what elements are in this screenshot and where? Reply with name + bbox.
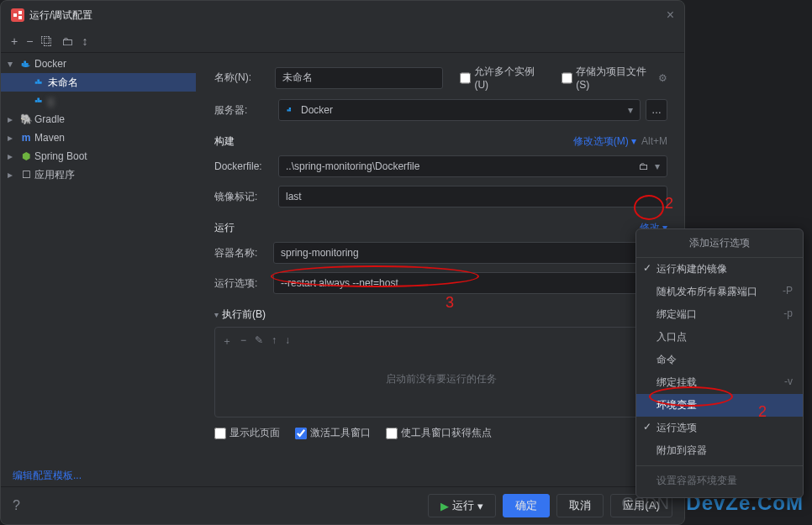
dockerfile-field[interactable]: ..\spring-monitoring\Dockerfile 🗀 ▾: [278, 155, 667, 177]
tree-label: g: [48, 95, 54, 107]
ok-button[interactable]: 确定: [503, 494, 550, 517]
run-button[interactable]: ▶运行 ▾: [428, 494, 496, 517]
docker-icon: [18, 58, 34, 70]
gear-icon[interactable]: ⚙: [658, 72, 667, 84]
container-name-input[interactable]: [273, 242, 667, 264]
popup-item-env-hint: 设置容器环境变量: [636, 470, 803, 492]
svg-rect-11: [40, 81, 42, 84]
folder-view-button[interactable]: 🗀: [61, 34, 73, 48]
help-icon[interactable]: ?: [13, 498, 20, 513]
popup-title: 添加运行选项: [636, 229, 803, 258]
svg-rect-16: [287, 109, 289, 111]
gradle-icon: 🐘: [18, 113, 34, 125]
run-section: 运行 修改 ▾ 容器名称: 运行选项:: [214, 221, 667, 294]
svg-rect-7: [26, 63, 29, 66]
add-run-options-popup: 添加运行选项 运行构建的镜像 随机发布所有暴露端口-P 绑定端口-p 入口点 命…: [635, 228, 804, 498]
save-as-project-file-checkbox[interactable]: 存储为项目文件(S) ⚙: [562, 65, 667, 91]
svg-rect-0: [11, 8, 24, 22]
tree-node-springboot[interactable]: ▸ ⬢ Spring Boot: [1, 147, 196, 165]
docker-icon: [31, 95, 48, 107]
svg-rect-15: [40, 100, 42, 102]
popup-item-run-options[interactable]: 运行选项: [636, 417, 803, 439]
focus-tool-window-checkbox[interactable]: 使工具窗口获得焦点: [386, 426, 492, 440]
folder-icon[interactable]: 🗀: [639, 160, 649, 172]
tree-label: Docker: [34, 58, 66, 70]
down-task-button[interactable]: ↓: [285, 334, 290, 349]
popup-item-command[interactable]: 命令: [636, 349, 803, 371]
svg-rect-18: [289, 108, 291, 109]
image-tag-label: 镜像标记:: [214, 190, 278, 204]
tree-node-maven[interactable]: ▸ m Maven: [1, 129, 196, 147]
popup-item-attach-container[interactable]: 附加到容器: [636, 439, 803, 462]
edit-task-button[interactable]: ✎: [255, 334, 263, 349]
cancel-button[interactable]: 取消: [556, 494, 604, 517]
remove-config-button[interactable]: −: [26, 34, 33, 48]
svg-rect-12: [35, 100, 38, 102]
add-config-button[interactable]: +: [11, 34, 18, 48]
popup-item-build-image[interactable]: 运行构建的镜像: [636, 258, 803, 281]
name-input[interactable]: [275, 67, 443, 89]
config-tree: ▾ Docker 未命名 g ▸ 🐘 Gradle: [1, 53, 196, 469]
show-page-label: 显示此页面: [229, 426, 280, 440]
tree-leaf-blurred[interactable]: g: [1, 92, 196, 110]
run-options-input[interactable]: [273, 272, 667, 294]
form-panel: 名称(N): 允许多个实例(U) 存储为项目文件(S) ⚙ 服务器: Docke…: [196, 53, 684, 469]
allow-multi-instance-checkbox[interactable]: 允许多个实例(U): [460, 65, 545, 91]
dockerfile-value: ..\spring-monitoring\Dockerfile: [286, 160, 419, 172]
remove-task-button[interactable]: −: [240, 334, 246, 349]
show-page-checkbox[interactable]: 显示此页面: [214, 426, 280, 440]
spring-icon: ⬢: [18, 150, 34, 162]
shortcut-hint: Alt+M: [641, 135, 667, 147]
server-more-button[interactable]: …: [646, 99, 667, 121]
dialog-title: 运行/调试配置: [29, 8, 92, 23]
close-icon[interactable]: ×: [667, 8, 674, 23]
popup-item-entrypoint[interactable]: 入口点: [636, 326, 803, 349]
collapse-icon[interactable]: ▾: [214, 310, 219, 319]
image-tag-input[interactable]: [278, 186, 667, 207]
chevron-down-icon: ▾: [655, 160, 660, 172]
activate-tool-window-label: 激活工具窗口: [310, 426, 371, 440]
activate-tool-window-checkbox[interactable]: 激活工具窗口: [295, 426, 371, 440]
copy-config-button[interactable]: ⿻: [41, 34, 53, 48]
svg-rect-13: [37, 100, 40, 102]
popup-item-publish-all[interactable]: 随机发布所有暴露端口-P: [636, 281, 803, 303]
build-section: 构建 修改选项(M) ▾Alt+M Dockerfile: ..\spring-…: [214, 134, 667, 207]
maven-icon: m: [18, 132, 34, 144]
edit-templates-link[interactable]: 编辑配置模板...: [13, 470, 82, 481]
app-icon: [11, 8, 24, 22]
play-icon: ▶: [440, 500, 449, 512]
tree-node-docker[interactable]: ▾ Docker: [1, 55, 196, 73]
add-task-button[interactable]: ＋: [222, 334, 232, 349]
name-label: 名称(N):: [214, 71, 275, 85]
run-config-dialog: 运行/调试配置 × + − ⿻ 🗀 ↕ ▾ Docker 未命名: [0, 0, 685, 525]
build-modify-link[interactable]: 修改选项(M) ▾: [573, 135, 636, 147]
tree-leaf-unnamed[interactable]: 未命名: [1, 73, 196, 92]
container-name-label: 容器名称:: [214, 246, 273, 260]
docker-icon: [31, 76, 48, 88]
sidebar-toolbar: + − ⿻ 🗀 ↕: [1, 29, 684, 53]
before-exec-empty: 启动前没有要运行的任务: [222, 349, 660, 410]
sort-button[interactable]: ↕: [82, 34, 87, 48]
before-exec-title: 执行前(B): [222, 307, 266, 322]
before-exec-section: ▾执行前(B) ＋ − ✎ ↑ ↓ 启动前没有要运行的任务 显示此页面 激活工具…: [214, 307, 667, 440]
server-select[interactable]: Docker ▾: [278, 99, 641, 121]
svg-rect-9: [37, 81, 40, 84]
popup-item-env-vars[interactable]: 环境变量: [636, 394, 803, 417]
tree-label: 未命名: [48, 76, 78, 90]
tree-label: Spring Boot: [34, 150, 87, 162]
dialog-footer: ? ▶运行 ▾ 确定 取消 应用(A): [1, 486, 684, 524]
tree-node-app[interactable]: ▸ ☐ 应用程序: [1, 165, 196, 184]
up-task-button[interactable]: ↑: [272, 334, 277, 349]
svg-rect-17: [289, 109, 291, 111]
dockerfile-label: Dockerfile:: [214, 160, 278, 172]
svg-rect-8: [35, 81, 38, 84]
popup-item-bind-mounts[interactable]: 绑定挂载-v: [636, 371, 803, 394]
allow-multi-label: 允许多个实例(U): [474, 65, 545, 91]
popup-item-bind-ports[interactable]: 绑定端口-p: [636, 303, 803, 326]
server-label: 服务器:: [214, 103, 278, 118]
tree-node-gradle[interactable]: ▸ 🐘 Gradle: [1, 110, 196, 129]
build-title: 构建: [214, 134, 235, 149]
svg-rect-10: [37, 80, 40, 82]
tree-label: Gradle: [34, 113, 65, 125]
tree-label: 应用程序: [34, 168, 75, 182]
